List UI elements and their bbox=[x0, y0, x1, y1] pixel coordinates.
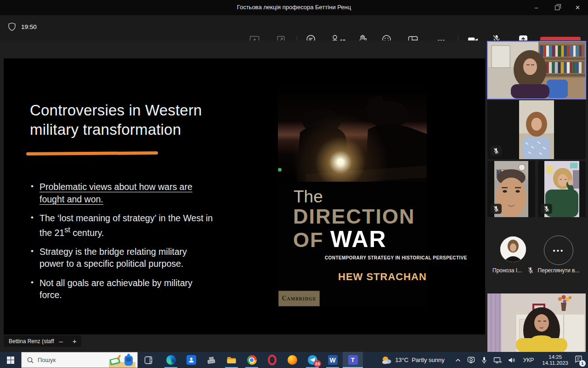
taskbar-opera[interactable] bbox=[262, 352, 282, 368]
word-icon: W bbox=[328, 355, 338, 365]
taskbar-weather[interactable]: 13°C Partly sunny bbox=[381, 356, 445, 365]
slide-zoom-controls: – + bbox=[54, 335, 81, 347]
taskbar-search[interactable] bbox=[21, 352, 138, 368]
video-tile-participant[interactable] bbox=[487, 293, 586, 352]
weather-temp: 13°C bbox=[395, 356, 408, 363]
teams-icon: T bbox=[348, 355, 358, 365]
book-author: HEW STRACHAN bbox=[338, 271, 427, 283]
slide-bullets: Problematic views about how wars are fou… bbox=[30, 181, 214, 308]
participant-video bbox=[487, 293, 586, 352]
window-title: Гостьова лекція професора Беттіни Ренц bbox=[0, 4, 588, 11]
firefox-icon bbox=[288, 355, 297, 365]
book-subtitle: CONTEMPORARY STRATEGY IN HISTORICAL PERS… bbox=[325, 255, 467, 260]
slide-bullet: Problematic views about how wars are fou… bbox=[30, 181, 214, 205]
mic-in-use-icon[interactable] bbox=[481, 356, 487, 364]
restore-button[interactable] bbox=[547, 0, 567, 15]
slide-title: Controversies in Western military transf… bbox=[30, 101, 232, 139]
partly-sunny-icon bbox=[381, 356, 392, 365]
search-icon bbox=[27, 357, 34, 363]
shared-slide: Controversies in Western military transf… bbox=[4, 58, 485, 334]
participant-video bbox=[519, 100, 554, 159]
volume-icon[interactable] bbox=[508, 357, 515, 363]
clock-date: 14.11.2023 bbox=[542, 360, 568, 366]
slide-bullet: Strategy is the bridge relating military… bbox=[30, 246, 214, 270]
slide-title-underline bbox=[26, 151, 158, 155]
taskbar-telegram[interactable]: 23 bbox=[302, 352, 322, 368]
video-tile-participant[interactable] bbox=[538, 161, 586, 217]
taskbar-edge[interactable] bbox=[161, 352, 181, 368]
task-view-icon bbox=[144, 356, 153, 364]
system-tray: 13°C Partly sunny УКР 14:25 14.11.2023 1 bbox=[381, 352, 588, 368]
minimize-icon: – bbox=[535, 4, 538, 11]
ellipsis-icon: ••• bbox=[553, 247, 565, 254]
taskbar-clock[interactable]: 14:25 14.11.2023 bbox=[542, 354, 568, 366]
printer-icon bbox=[206, 356, 216, 365]
book-title-the: The bbox=[294, 187, 323, 207]
folder-icon bbox=[226, 356, 237, 364]
video-tile-active-speaker[interactable] bbox=[487, 41, 586, 99]
meeting-toolbar: 19:50 Почати Відкріпити Чат 13 Користува… bbox=[0, 15, 588, 40]
taskbar-word[interactable]: W bbox=[322, 352, 343, 368]
minimize-button[interactable]: – bbox=[526, 0, 547, 15]
meeting-stage: Controversies in Western military transf… bbox=[0, 40, 588, 352]
taskbar-chrome[interactable] bbox=[242, 352, 262, 368]
start-button[interactable] bbox=[0, 352, 21, 368]
meeting-timer: 19:50 bbox=[21, 23, 37, 30]
book-cover-photo bbox=[278, 84, 427, 182]
slide-bullet: The ‘lost meaning of strategy’ in the We… bbox=[30, 212, 214, 239]
speaker-video bbox=[488, 42, 585, 98]
taskbar-scanner-app[interactable] bbox=[201, 352, 221, 368]
task-view-button[interactable] bbox=[139, 352, 158, 368]
hidden-icons-button[interactable] bbox=[455, 358, 461, 362]
clock-time: 14:25 bbox=[542, 354, 568, 360]
video-tile-participant[interactable] bbox=[487, 100, 586, 159]
close-icon: ✕ bbox=[575, 4, 580, 11]
book-title-of-war: OF WAR bbox=[293, 226, 387, 253]
window-controls: – ✕ bbox=[526, 0, 588, 15]
view-more-participants-button[interactable]: ••• bbox=[544, 236, 573, 265]
video-tile-participant[interactable] bbox=[487, 161, 535, 217]
participant-name: Проноза І... bbox=[488, 267, 526, 274]
action-center-button[interactable]: 1 bbox=[575, 356, 582, 365]
search-daily-art bbox=[108, 353, 136, 368]
language-indicator[interactable]: УКР bbox=[523, 357, 534, 363]
chevron-up-icon bbox=[455, 358, 461, 362]
zoom-in-button[interactable]: + bbox=[73, 337, 77, 345]
taskbar-file-explorer[interactable] bbox=[221, 352, 242, 368]
camera-in-use-icon[interactable] bbox=[467, 356, 475, 363]
mic-muted-badge bbox=[491, 146, 502, 156]
network-icon[interactable] bbox=[493, 357, 502, 363]
weather-condition: Partly sunny bbox=[412, 356, 445, 363]
publisher-logo: Cambridge bbox=[278, 291, 320, 306]
windows-taskbar: 23 W T 13°C Partly sunny УКР 14:25 14.11… bbox=[0, 352, 588, 368]
mic-muted-badge bbox=[491, 204, 502, 214]
zoom-out-button[interactable]: – bbox=[59, 337, 62, 345]
view-more-label: Переглянути в... bbox=[533, 267, 584, 274]
slide-bullet: Not all goals are achievable by military… bbox=[30, 277, 214, 301]
blue-app-icon bbox=[187, 355, 196, 365]
taskbar-teams[interactable]: T bbox=[343, 352, 363, 368]
windows-logo-icon bbox=[7, 356, 14, 364]
opera-icon bbox=[268, 355, 277, 365]
book-cover: The DIRECTION OF WAR CONTEMPORARY STRATE… bbox=[278, 84, 427, 307]
close-button[interactable]: ✕ bbox=[567, 0, 588, 15]
book-title-direction: DIRECTION bbox=[293, 205, 415, 229]
taskbar-blue-app[interactable] bbox=[181, 352, 201, 368]
shield-icon bbox=[8, 23, 16, 31]
search-input[interactable] bbox=[38, 356, 97, 363]
taskbar-apps: 23 W T bbox=[161, 352, 363, 368]
edge-icon bbox=[166, 355, 176, 365]
mic-muted-badge bbox=[541, 204, 552, 214]
window-titlebar: Гостьова лекція професора Беттіни Ренц –… bbox=[0, 0, 588, 15]
participant-avatar[interactable] bbox=[500, 236, 526, 262]
chrome-icon bbox=[247, 355, 257, 365]
presenter-name-label: Bettina Renz (staff) bbox=[4, 335, 61, 347]
avatar-photo bbox=[500, 236, 526, 262]
flashlight-glow bbox=[278, 84, 427, 182]
notification-badge: 1 bbox=[579, 360, 586, 367]
taskbar-firefox[interactable] bbox=[282, 352, 302, 368]
restore-icon bbox=[555, 6, 560, 10]
telegram-badge: 23 bbox=[314, 360, 321, 367]
